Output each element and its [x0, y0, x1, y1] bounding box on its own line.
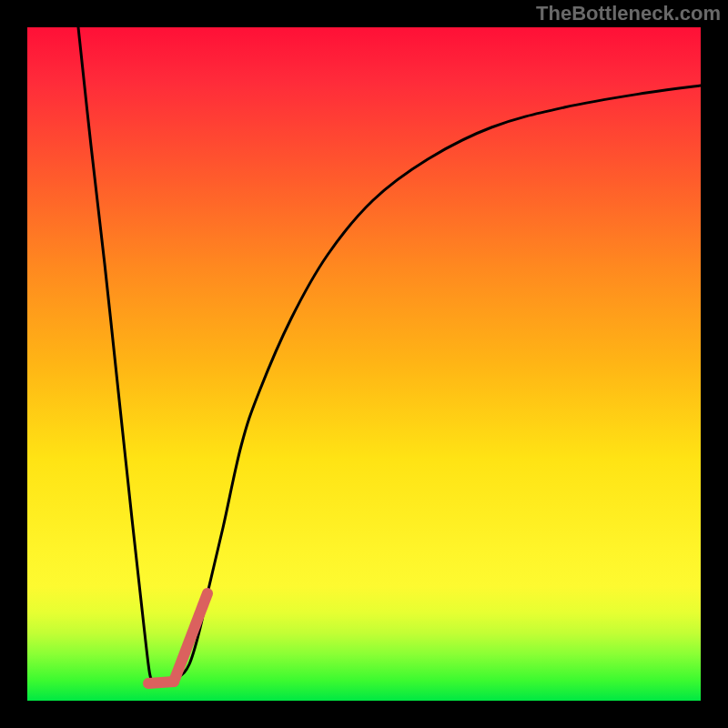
attribution-watermark: TheBottleneck.com — [536, 2, 721, 25]
highlight-segment — [174, 593, 207, 682]
plot-area — [27, 27, 701, 701]
chart-frame: TheBottleneck.com — [0, 0, 728, 728]
bottleneck-curve-svg — [27, 27, 701, 701]
highlight-cap — [148, 682, 174, 683]
bottleneck-curve-path — [78, 27, 701, 683]
